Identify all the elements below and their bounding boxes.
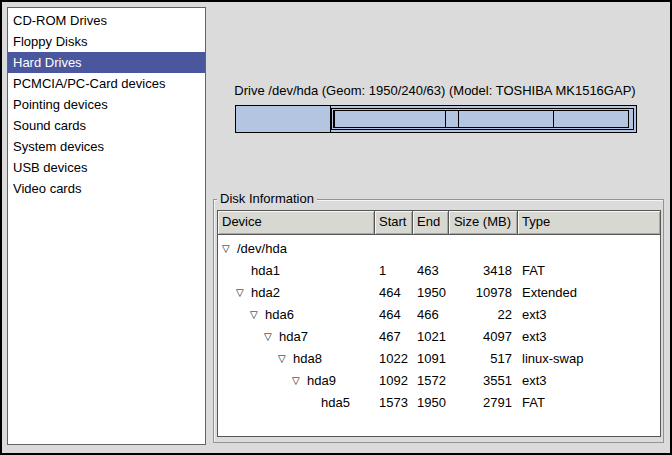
type-cell: ext3 xyxy=(518,304,660,326)
size-cell xyxy=(449,238,518,260)
device-name: hda5 xyxy=(321,395,350,410)
table-header-row: Device Start End Size (MB) Type xyxy=(218,211,660,235)
type-cell: ext3 xyxy=(518,326,660,348)
drive-title: Drive /dev/hda (Geom: 1950/240/63) (Mode… xyxy=(223,83,647,99)
expander-open-icon[interactable]: ▽ xyxy=(264,326,279,348)
size-cell: 517 xyxy=(449,348,518,370)
size-cell: 22 xyxy=(449,304,518,326)
table-row-hda2[interactable]: ▽hda2464195010978Extended xyxy=(218,282,660,304)
size-cell: 3551 xyxy=(449,370,518,392)
end-cell: 1091 xyxy=(413,348,449,370)
type-cell xyxy=(518,238,660,260)
device-category-list: CD-ROM DrivesFloppy DisksHard DrivesPCMC… xyxy=(7,7,206,445)
list-item-sound-cards[interactable]: Sound cards xyxy=(8,115,205,136)
partition-segment-hda8 xyxy=(445,110,459,128)
size-cell: 3418 xyxy=(449,260,518,282)
device-name: hda6 xyxy=(265,307,294,322)
list-item-cd-rom-drives[interactable]: CD-ROM Drives xyxy=(8,10,205,31)
start-cell xyxy=(375,238,413,260)
disk-information-label: Disk Information xyxy=(217,191,317,207)
disk-information-groupbox: Disk Information Device Start End Size (… xyxy=(213,199,664,443)
type-cell: linux-swap xyxy=(518,348,660,370)
table-row-hda9[interactable]: ▽hda9109215723551ext3 xyxy=(218,370,660,392)
column-header-size-mb[interactable]: Size (MB) xyxy=(449,211,518,235)
end-cell: 1950 xyxy=(413,392,449,414)
device-name: hda8 xyxy=(293,351,322,366)
device-name: hda2 xyxy=(251,285,280,300)
table-row-hda5[interactable]: hda5157319502791FAT xyxy=(218,392,660,414)
table-row-hda6[interactable]: ▽hda646446622ext3 xyxy=(218,304,660,326)
expander-open-icon[interactable]: ▽ xyxy=(278,348,293,370)
list-item-pointing-devices[interactable]: Pointing devices xyxy=(8,94,205,115)
expander-open-icon[interactable]: ▽ xyxy=(236,282,251,304)
start-cell: 1573 xyxy=(375,392,413,414)
list-item-usb-devices[interactable]: USB devices xyxy=(8,157,205,178)
list-item-floppy-disks[interactable]: Floppy Disks xyxy=(8,31,205,52)
column-header-device[interactable]: Device xyxy=(218,211,375,235)
end-cell: 463 xyxy=(413,260,449,282)
list-item-pcmcia-pc-card-devices[interactable]: PCMCIA/PC-Card devices xyxy=(8,73,205,94)
column-header-end[interactable]: End xyxy=(413,211,449,235)
partition-segment-hda9 xyxy=(458,110,555,128)
table-row-dev-hda[interactable]: ▽/dev/hda xyxy=(218,238,660,260)
size-cell: 4097 xyxy=(449,326,518,348)
list-item-hard-drives[interactable]: Hard Drives xyxy=(8,52,205,73)
start-cell: 1022 xyxy=(375,348,413,370)
end-cell: 1950 xyxy=(413,282,449,304)
start-cell: 467 xyxy=(375,326,413,348)
end-cell: 466 xyxy=(413,304,449,326)
list-item-system-devices[interactable]: System devices xyxy=(8,136,205,157)
table-row-hda1[interactable]: hda114633418FAT xyxy=(218,260,660,282)
partition-segment-hda2 xyxy=(331,108,634,130)
table-body: ▽/dev/hdahda114633418FAT▽hda246419501097… xyxy=(218,235,660,436)
start-cell: 464 xyxy=(375,282,413,304)
expander-open-icon[interactable]: ▽ xyxy=(292,370,307,392)
partition-segment-hda7 xyxy=(334,110,446,128)
column-header-type[interactable]: Type xyxy=(518,211,660,235)
type-cell: Extended xyxy=(518,282,660,304)
list-item-video-cards[interactable]: Video cards xyxy=(8,178,205,199)
size-cell: 10978 xyxy=(449,282,518,304)
start-cell: 1092 xyxy=(375,370,413,392)
end-cell xyxy=(413,238,449,260)
disk-information-table: Device Start End Size (MB) Type ▽/dev/hd… xyxy=(217,210,661,437)
expander-open-icon[interactable]: ▽ xyxy=(250,304,265,326)
start-cell: 464 xyxy=(375,304,413,326)
column-header-start[interactable]: Start xyxy=(375,211,413,235)
end-cell: 1572 xyxy=(413,370,449,392)
device-name: hda9 xyxy=(307,373,336,388)
table-row-hda7[interactable]: ▽hda746710214097ext3 xyxy=(218,326,660,348)
hardware-browser-window: CD-ROM DrivesFloppy DisksHard DrivesPCMC… xyxy=(0,0,672,455)
start-cell: 1 xyxy=(375,260,413,282)
type-cell: ext3 xyxy=(518,370,660,392)
device-name: hda1 xyxy=(251,263,280,278)
drive-partition-bar xyxy=(235,105,637,133)
device-name: /dev/hda xyxy=(237,241,287,256)
device-name: hda7 xyxy=(279,329,308,344)
size-cell: 2791 xyxy=(449,392,518,414)
partition-segment-hda5 xyxy=(553,110,629,128)
partition-segment-hda1 xyxy=(236,106,331,132)
type-cell: FAT xyxy=(518,260,660,282)
table-row-hda8[interactable]: ▽hda810221091517linux-swap xyxy=(218,348,660,370)
expander-open-icon[interactable]: ▽ xyxy=(222,238,237,260)
type-cell: FAT xyxy=(518,392,660,414)
end-cell: 1021 xyxy=(413,326,449,348)
